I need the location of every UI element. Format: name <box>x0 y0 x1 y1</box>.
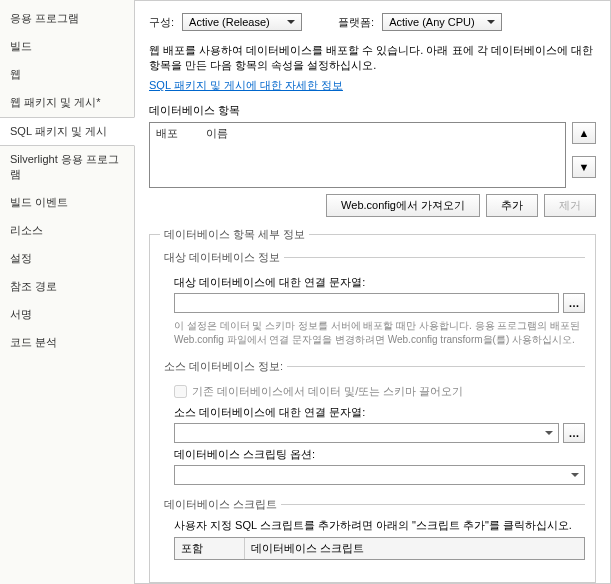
sidebar-item-web-package[interactable]: 웹 패키지 및 게시* <box>0 89 134 117</box>
sidebar-item-build[interactable]: 빌드 <box>0 33 134 61</box>
description-text: 웹 배포를 사용하여 데이터베이스를 배포할 수 있습니다. 아래 표에 각 데… <box>149 43 596 74</box>
sidebar-item-web[interactable]: 웹 <box>0 61 134 89</box>
move-up-button[interactable]: ▲ <box>572 122 596 144</box>
sidebar-item-build-events[interactable]: 빌드 이벤트 <box>0 189 134 217</box>
target-conn-input[interactable] <box>174 293 559 313</box>
sidebar-item-signing[interactable]: 서명 <box>0 301 134 329</box>
col-script: 데이터베이스 스크립트 <box>245 538 584 559</box>
details-legend: 데이터베이스 항목 세부 정보 <box>160 227 309 242</box>
add-button[interactable]: 추가 <box>486 194 538 217</box>
arrow-down-icon: ▼ <box>579 161 590 173</box>
sidebar-item-sql-package[interactable]: SQL 패키지 및 게시 <box>0 117 135 146</box>
import-webconfig-button[interactable]: Web.config에서 가져오기 <box>326 194 480 217</box>
target-hint: 이 설정은 데이터 및 스키마 정보를 서버에 배포할 때만 사용합니다. 응용… <box>174 319 585 347</box>
arrow-up-icon: ▲ <box>579 127 590 139</box>
sidebar-item-settings[interactable]: 설정 <box>0 245 134 273</box>
db-scripts-legend: 데이터베이스 스크립트 <box>160 497 281 512</box>
sidebar: 응용 프로그램 빌드 웹 웹 패키지 및 게시* SQL 패키지 및 게시 Si… <box>0 0 135 584</box>
source-conn-label: 소스 데이터베이스에 대한 연결 문자열: <box>174 405 585 420</box>
config-dropdown[interactable]: Active (Release) <box>182 13 302 31</box>
sidebar-item-code-analysis[interactable]: 코드 분석 <box>0 329 134 357</box>
db-scripts-fieldset: 데이터베이스 스크립트 사용자 지정 SQL 스크립트를 추가하려면 아래의 "… <box>160 497 585 568</box>
target-conn-browse-button[interactable]: … <box>563 293 585 313</box>
pull-schema-label: 기존 데이터베이스에서 데이터 및/또는 스키마 끌어오기 <box>192 384 463 399</box>
sidebar-item-silverlight[interactable]: Silverlight 응용 프로그램 <box>0 146 134 189</box>
remove-button[interactable]: 제거 <box>544 194 596 217</box>
sidebar-item-application[interactable]: 응용 프로그램 <box>0 5 134 33</box>
platform-label: 플랫폼: <box>338 15 374 30</box>
main-panel: 구성: Active (Release) 플랫폼: Active (Any CP… <box>135 0 611 584</box>
script-options-label: 데이터베이스 스크립팅 옵션: <box>174 447 585 462</box>
source-db-fieldset: 소스 데이터베이스 정보: 기존 데이터베이스에서 데이터 및/또는 스키마 끌… <box>160 359 585 493</box>
col-include: 포함 <box>175 538 245 559</box>
source-conn-browse-button[interactable]: … <box>563 423 585 443</box>
target-db-fieldset: 대상 데이터베이스 정보 대상 데이터베이스에 대한 연결 문자열: … 이 설… <box>160 250 585 355</box>
target-conn-label: 대상 데이터베이스에 대한 연결 문자열: <box>174 275 585 290</box>
target-db-legend: 대상 데이터베이스 정보 <box>160 250 284 265</box>
scripts-table[interactable]: 포함 데이터베이스 스크립트 <box>174 537 585 560</box>
source-db-legend: 소스 데이터베이스 정보: <box>160 359 287 374</box>
move-down-button[interactable]: ▼ <box>572 156 596 178</box>
col-deploy: 배포 <box>156 126 206 141</box>
col-name: 이름 <box>206 126 228 141</box>
platform-dropdown[interactable]: Active (Any CPU) <box>382 13 502 31</box>
config-label: 구성: <box>149 15 174 30</box>
sidebar-item-resources[interactable]: 리소스 <box>0 217 134 245</box>
source-conn-input[interactable] <box>174 423 559 443</box>
sidebar-item-reference-paths[interactable]: 참조 경로 <box>0 273 134 301</box>
pull-schema-checkbox[interactable] <box>174 385 187 398</box>
script-options-dropdown[interactable] <box>174 465 585 485</box>
db-items-title: 데이터베이스 항목 <box>149 103 596 118</box>
more-info-link[interactable]: SQL 패키지 및 게시에 대한 자세한 정보 <box>149 78 343 93</box>
db-items-list[interactable]: 배포 이름 <box>149 122 566 188</box>
details-fieldset: 데이터베이스 항목 세부 정보 대상 데이터베이스 정보 대상 데이터베이스에 … <box>149 227 596 583</box>
scripts-hint: 사용자 지정 SQL 스크립트를 추가하려면 아래의 "스크립트 추가"를 클릭… <box>174 518 585 533</box>
